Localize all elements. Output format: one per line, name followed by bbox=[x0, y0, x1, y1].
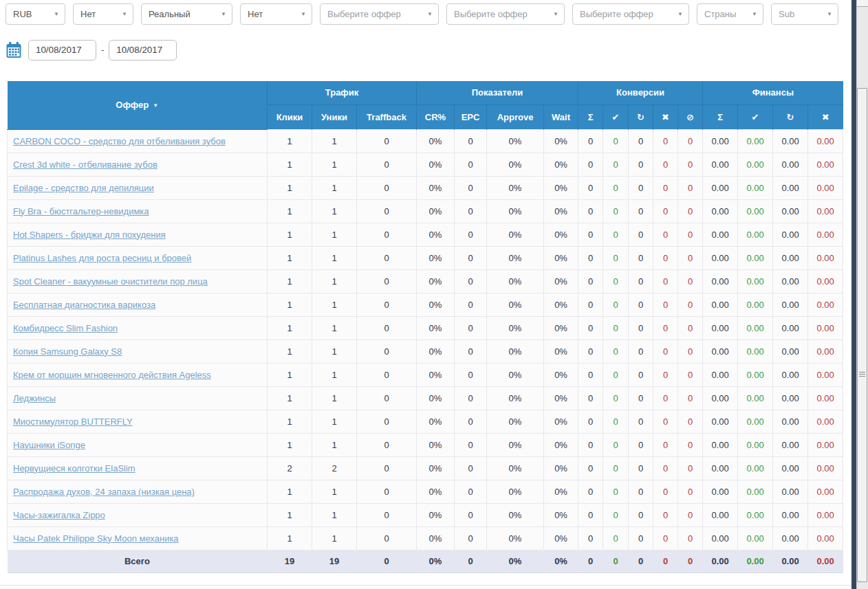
stat-cell: 0 bbox=[629, 316, 653, 340]
stat-cell: 0% bbox=[417, 199, 455, 223]
stat-cell: 1 bbox=[268, 503, 312, 526]
stat-cell: 0 bbox=[578, 269, 603, 293]
chevron-down-icon: ▼ bbox=[301, 4, 306, 24]
refresh-icon: ↻ bbox=[629, 104, 653, 129]
offer-select-1[interactable]: Выберите оффер▼ bbox=[320, 3, 439, 25]
stat-cell: 0 bbox=[653, 410, 678, 433]
stat-cell: 0 bbox=[455, 386, 487, 410]
offer-link[interactable]: Spot Cleaner - вакуумные очистители пор … bbox=[13, 276, 208, 287]
date-from-input[interactable] bbox=[28, 40, 96, 60]
offer-link[interactable]: Наушники iSonge bbox=[13, 440, 85, 450]
scrollbar-up-button[interactable] bbox=[857, 0, 868, 7]
calendar-icon[interactable] bbox=[6, 41, 22, 59]
vertical-scrollbar-thumb[interactable] bbox=[857, 88, 867, 582]
traffic-type-select-value: Реальный bbox=[149, 9, 191, 19]
stat-cell: 0.00 bbox=[738, 410, 773, 433]
stat-cell: 0.00 bbox=[773, 153, 808, 176]
stat-cell: 0.00 bbox=[703, 480, 738, 503]
stat-cell: 0 bbox=[678, 293, 703, 316]
stat-cell: 0% bbox=[417, 410, 455, 433]
offer-link[interactable]: Крем от морщин мгновенного действия Agel… bbox=[13, 370, 211, 380]
stat-cell: 0 bbox=[678, 246, 703, 269]
stat-cell: 0 bbox=[629, 526, 653, 550]
offer-link[interactable]: Распродажа духов, 24 запаха (низкая цена… bbox=[13, 487, 195, 497]
stat-cell: 1 bbox=[268, 363, 312, 386]
offer-link[interactable]: Комбидресс Slim Fashion bbox=[13, 323, 118, 333]
offer-cell: Нервущиеся колготки ElaSlim bbox=[8, 456, 268, 480]
stat-cell: 0% bbox=[417, 363, 455, 386]
stat-cell: 0 bbox=[678, 433, 703, 456]
filter-select-2[interactable]: Нет▼ bbox=[73, 3, 133, 25]
stat-cell: 1 bbox=[312, 153, 357, 176]
filter-select-2-value: Нет bbox=[80, 9, 96, 19]
stat-cell: 0 bbox=[578, 316, 603, 340]
stat-cell: 0 bbox=[357, 526, 417, 550]
offer-link[interactable]: Часы-зажигалка Zippo bbox=[13, 510, 105, 520]
stat-cell: 0.00 bbox=[773, 316, 808, 340]
stat-cell: 0 bbox=[578, 340, 603, 363]
stat-cell: 0 bbox=[357, 199, 417, 223]
stat-cell: 1 bbox=[312, 129, 357, 153]
stat-cell: 0.00 bbox=[808, 480, 843, 503]
stat-cell: 0 bbox=[603, 363, 629, 386]
column-header-offer[interactable]: Оффер▼ bbox=[8, 81, 268, 129]
offer-link[interactable]: Platinus Lashes для роста ресниц и брове… bbox=[13, 253, 191, 263]
offer-link[interactable]: Fly Bra - бюстгальтер-невидимка bbox=[13, 206, 149, 216]
countries-select-value: Страны bbox=[704, 9, 736, 19]
stat-cell: 0% bbox=[544, 503, 578, 526]
traffic-type-select[interactable]: Реальный▼ bbox=[141, 3, 232, 25]
stat-cell: 0 bbox=[629, 410, 653, 433]
countries-select[interactable]: Страны▼ bbox=[697, 3, 763, 25]
stat-cell: 0 bbox=[357, 386, 417, 410]
col-wait: Wait bbox=[544, 104, 578, 129]
offer-select-2[interactable]: Выберите оффер▼ bbox=[446, 3, 565, 25]
stat-cell: 0 bbox=[653, 480, 678, 503]
stat-cell: 0% bbox=[544, 410, 578, 433]
refresh-icon: ↻ bbox=[773, 104, 808, 129]
total-cell: 0 bbox=[578, 550, 603, 573]
sub-select[interactable]: Sub▼ bbox=[771, 3, 838, 25]
currency-select[interactable]: RUB▼ bbox=[6, 3, 65, 25]
col-cr: CR% bbox=[417, 104, 455, 129]
col-traffback: Traffback bbox=[357, 104, 417, 129]
stat-cell: 0.00 bbox=[808, 526, 843, 550]
filter-select-4[interactable]: Нет▼ bbox=[240, 3, 312, 25]
stat-cell: 0.00 bbox=[808, 340, 843, 363]
table-row: Hot Shapers - бриджи для похудения1100%0… bbox=[8, 223, 843, 246]
stat-cell: 0 bbox=[455, 526, 487, 550]
date-to-input[interactable] bbox=[109, 40, 177, 60]
stat-cell: 0.00 bbox=[738, 293, 773, 316]
stat-cell: 0.00 bbox=[703, 433, 738, 456]
offer-link[interactable]: Hot Shapers - бриджи для похудения bbox=[13, 230, 166, 240]
stat-cell: 0 bbox=[603, 246, 629, 269]
offer-link[interactable]: Crest 3d white - отбеливание зубов bbox=[13, 159, 158, 170]
total-cell: 0 bbox=[653, 550, 678, 573]
offer-link[interactable]: Epilage - средство для депиляции bbox=[13, 183, 154, 193]
stat-cell: 1 bbox=[268, 480, 312, 503]
stat-cell: 0% bbox=[544, 340, 578, 363]
offer-link[interactable]: Леджинсы bbox=[13, 393, 56, 403]
offer-link[interactable]: Бесплатная диагностика варикоза bbox=[13, 300, 155, 310]
stat-cell: 1 bbox=[312, 526, 357, 550]
stat-cell: 0.00 bbox=[773, 269, 808, 293]
stat-cell: 1 bbox=[268, 433, 312, 456]
offer-link[interactable]: Миостимулятор BUTTERFLY bbox=[13, 416, 133, 427]
date-range: - bbox=[6, 39, 177, 60]
stat-cell: 0 bbox=[578, 129, 603, 153]
stat-cell: 0% bbox=[487, 129, 544, 153]
stat-cell: 1 bbox=[312, 246, 357, 269]
group-header-finances: Финансы bbox=[703, 81, 843, 104]
stat-cell: 0 bbox=[678, 176, 703, 199]
stat-cell: 0 bbox=[629, 293, 653, 316]
stat-cell: 0.00 bbox=[808, 386, 843, 410]
offer-select-3[interactable]: Выберите оффер▼ bbox=[572, 3, 689, 25]
stat-cell: 0% bbox=[417, 340, 455, 363]
offer-link[interactable]: Копия Samsung Galaxy S8 bbox=[13, 346, 122, 357]
offer-link[interactable]: Нервущиеся колготки ElaSlim bbox=[13, 463, 135, 474]
stat-cell: 0 bbox=[653, 386, 678, 410]
offer-link[interactable]: CARBON COCO - средство для отбеливания з… bbox=[13, 136, 226, 146]
offer-link[interactable]: Часы Patek Philippe Sky Moon механика bbox=[13, 533, 179, 544]
stat-cell: 1 bbox=[312, 363, 357, 386]
group-header-conversions: Конверсии bbox=[578, 81, 703, 104]
stat-cell: 0 bbox=[578, 480, 603, 503]
